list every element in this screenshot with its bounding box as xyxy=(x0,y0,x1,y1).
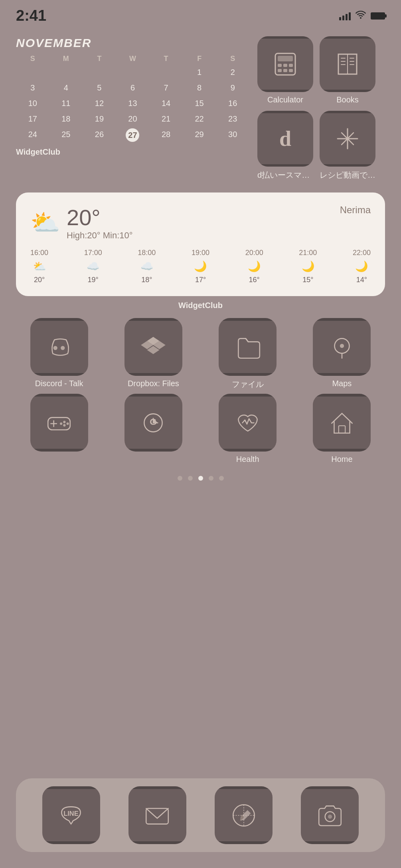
svg-point-32 xyxy=(328,814,332,818)
top-app-row-2: d d払いースマホ支 レシピ動画で料理 xyxy=(257,111,385,181)
safari-icon xyxy=(215,786,273,844)
top-apps: Calculator Books d d払いースマ xyxy=(257,36,385,181)
dpay-icon: d xyxy=(257,111,313,167)
svg-text:G: G xyxy=(150,417,157,427)
cal-header-f: F xyxy=(183,55,216,63)
app-maps[interactable]: Maps xyxy=(313,318,371,390)
dropbox-label: Dropbox: Files xyxy=(128,379,179,388)
weather-main-icon: ⛅ xyxy=(30,208,60,237)
svg-point-13 xyxy=(340,344,344,348)
cal-header-w: W xyxy=(116,55,150,63)
svg-point-18 xyxy=(67,422,69,424)
calendar-week-5: 24 25 26 27 28 29 30 xyxy=(16,128,249,142)
svg-rect-6 xyxy=(283,69,287,72)
weather-hour-2100: 21:00 🌙 15° xyxy=(299,249,317,284)
svg-point-11 xyxy=(61,346,65,350)
weather-hour-1700: 17:00 ☁️ 19° xyxy=(84,249,102,284)
svg-point-17 xyxy=(63,420,65,423)
home-label: Home xyxy=(331,455,352,464)
dpay-label: d払いースマホ支 xyxy=(257,170,313,181)
status-time: 2:41 xyxy=(16,7,46,24)
apps-grid: Discord - Talk Dropbox: Files xyxy=(16,318,385,464)
health-icon xyxy=(219,394,277,452)
calendar-week-2: 3 4 5 6 7 8 9 xyxy=(16,82,249,94)
calculator-icon xyxy=(257,36,313,92)
health-label: Health xyxy=(236,455,259,464)
weather-hour-1900: 19:00 🌙 17° xyxy=(192,249,209,284)
calendar-week-3: 10 11 12 13 14 15 16 xyxy=(16,97,249,110)
books-label: Books xyxy=(336,95,359,104)
app-health[interactable]: Health xyxy=(219,394,277,464)
discord-label: Discord - Talk xyxy=(35,379,83,388)
weather-hour-1800: 18:00 ☁️ 18° xyxy=(138,249,156,284)
weather-hourly: 16:00 ⛅ 20° 17:00 ☁️ 19° 18:00 ☁️ 18° 19… xyxy=(30,249,371,284)
app-home[interactable]: Home xyxy=(313,394,371,464)
calendar-month: NOVEMBER xyxy=(16,36,249,50)
weather-hour-1600: 16:00 ⛅ 20° xyxy=(30,249,48,284)
books-icon xyxy=(320,36,375,92)
dock-line[interactable]: LINE xyxy=(42,786,100,844)
svg-rect-23 xyxy=(339,426,345,433)
page-dot-5[interactable] xyxy=(219,476,224,481)
signal-icon xyxy=(339,12,351,20)
discord-icon xyxy=(30,318,88,376)
weather-widget-label: WidgetClub xyxy=(16,301,385,310)
cal-header-m: M xyxy=(49,55,83,63)
calculator-label: Calculator xyxy=(267,95,303,104)
dropbox-icon xyxy=(124,318,182,376)
cal-header-s1: S xyxy=(16,55,49,63)
top-app-row-1: Calculator Books xyxy=(257,36,385,104)
cal-header-s2: S xyxy=(216,55,249,63)
wifi-icon xyxy=(356,11,366,21)
weather-temp-info: 20° High:20° Min:10° xyxy=(67,204,133,241)
weather-widget: ⛅ 20° High:20° Min:10° Nerima 16:00 ⛅ 20… xyxy=(16,192,385,296)
app-calculator[interactable]: Calculator xyxy=(257,36,313,104)
app-dropbox[interactable]: Dropbox: Files xyxy=(124,318,182,390)
svg-rect-7 xyxy=(289,69,293,72)
calendar-grid: S M T W T F S 1 2 3 4 5 6 xyxy=(16,55,249,142)
svg-point-10 xyxy=(53,346,57,350)
google-icon: G xyxy=(124,394,182,452)
app-recipe[interactable]: レシピ動画で料理 xyxy=(320,111,375,181)
files-icon xyxy=(219,318,277,376)
maps-icon xyxy=(313,318,371,376)
calendar-widget-label: WidgetClub xyxy=(16,147,72,157)
app-files[interactable]: ファイル xyxy=(219,318,277,390)
weather-main: ⛅ 20° High:20° Min:10° Nerima xyxy=(30,204,371,241)
svg-point-19 xyxy=(63,424,65,426)
apps-section: Discord - Talk Dropbox: Files xyxy=(0,310,401,464)
svg-rect-1 xyxy=(278,56,293,61)
calendar-week-4: 17 18 19 20 21 22 23 xyxy=(16,113,249,125)
app-books[interactable]: Books xyxy=(320,36,375,104)
calendar-header-row: S M T W T F S xyxy=(16,55,249,63)
dock-camera[interactable] xyxy=(301,786,359,844)
camera-icon xyxy=(301,786,359,844)
app-game[interactable] xyxy=(30,394,88,464)
dock-safari[interactable] xyxy=(215,786,273,844)
app-discord[interactable]: Discord - Talk xyxy=(30,318,88,390)
svg-rect-2 xyxy=(278,64,282,67)
status-bar: 2:41 xyxy=(0,0,401,28)
dock-mail[interactable] xyxy=(128,786,186,844)
page-dot-3[interactable] xyxy=(198,476,203,481)
game-icon xyxy=(30,394,88,452)
page-dots xyxy=(0,476,401,481)
top-section: NOVEMBER S M T W T F S 1 2 3 xyxy=(0,28,401,185)
battery-icon xyxy=(371,12,385,20)
cal-header-t2: T xyxy=(149,55,183,63)
files-label: ファイル xyxy=(232,379,264,390)
weather-section: ⛅ 20° High:20° Min:10° Nerima 16:00 ⛅ 20… xyxy=(0,192,401,310)
line-icon: LINE xyxy=(42,786,100,844)
home-icon xyxy=(313,394,371,452)
app-dpay[interactable]: d d払いースマホ支 xyxy=(257,111,313,181)
page-dot-4[interactable] xyxy=(209,476,213,481)
page-dot-1[interactable] xyxy=(178,476,182,481)
recipe-label: レシピ動画で料理 xyxy=(320,170,375,181)
page-dot-2[interactable] xyxy=(188,476,193,481)
svg-rect-4 xyxy=(289,64,293,67)
weather-location: Nerima xyxy=(340,204,371,216)
app-google[interactable]: G xyxy=(124,394,182,464)
dock: LINE xyxy=(16,778,385,852)
weather-hour-2200: 22:00 🌙 14° xyxy=(353,249,371,284)
weather-temp: 20° xyxy=(67,204,133,230)
